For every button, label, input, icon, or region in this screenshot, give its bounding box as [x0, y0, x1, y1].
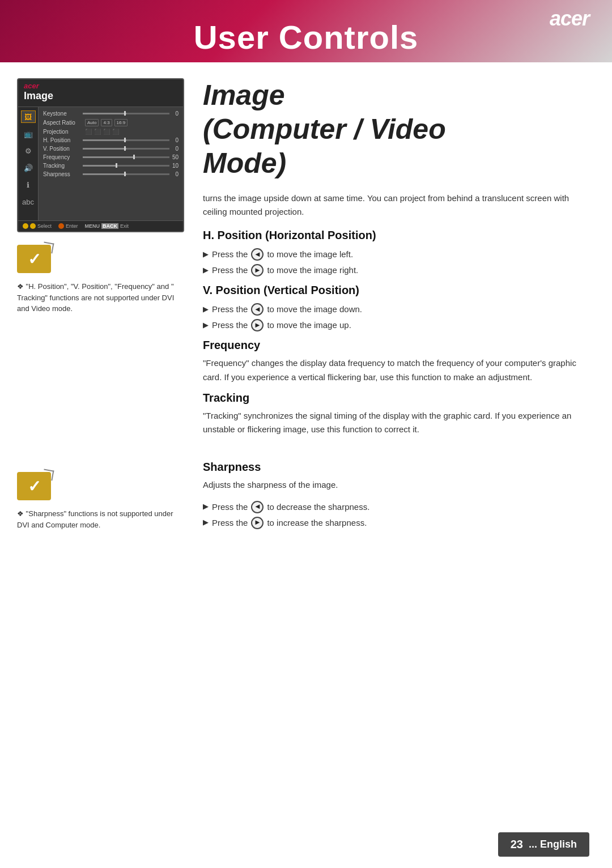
- page-title: User Controls: [194, 18, 419, 56]
- note-text-2: ❖ "Sharpness" functions is not supported…: [17, 508, 187, 530]
- osd-value-vpos: 0: [169, 146, 178, 152]
- osd-slider-freq: [83, 156, 169, 158]
- osd-aspect-43[interactable]: 4:3: [101, 119, 112, 126]
- note-icon-2: ✓: [17, 472, 51, 500]
- v-position-item-1: ▶ Press the ◄ to move the image down.: [203, 301, 589, 317]
- osd-label-tracking: Tracking: [43, 163, 83, 169]
- osd-bottom-bar: Select Enter MENU BACK Exit: [18, 220, 183, 231]
- osd-aspect-auto[interactable]: Auto: [85, 119, 99, 126]
- osd-icon-settings[interactable]: ⚙: [21, 144, 36, 157]
- osd-fill-freq: [83, 156, 135, 158]
- tracking-body: "Tracking" synchronizes the signal timin…: [203, 409, 589, 437]
- bullet-arrow-3: ▶: [203, 304, 209, 316]
- osd-slider-keystone: [83, 113, 169, 114]
- left-btn-v1: ◄: [251, 303, 264, 316]
- sharpness-heading: Sharpness: [203, 461, 589, 474]
- osd-thumb-keystone: [124, 111, 126, 116]
- osd-circle-orange: [58, 223, 64, 229]
- page-language: ... English: [529, 839, 577, 850]
- osd-row-keystone: Keystone 0: [42, 109, 180, 118]
- sharpness-item-2: ▶ Press the ► to increase the sharpness.: [203, 515, 589, 531]
- osd-icon-audio[interactable]: 🔊: [21, 161, 36, 174]
- osd-row-tracking: Tracking 10: [42, 161, 180, 170]
- osd-track-hpos: [83, 139, 169, 141]
- sharpness-item-1: ▶ Press the ◄ to decrease the sharpness.: [203, 499, 589, 515]
- osd-track-freq: [83, 156, 169, 158]
- intro-text: turns the image upside down at same time…: [203, 192, 589, 219]
- osd-menu-title: Image: [24, 90, 177, 102]
- bullet-arrow-1: ▶: [203, 249, 209, 261]
- note-box-2: ✓ ❖ "Sharpness" functions is not support…: [17, 472, 187, 530]
- osd-row-freq: Frequency 50: [42, 153, 180, 161]
- h-position-item-2: ▶ Press the ► to move the image right.: [203, 262, 589, 278]
- osd-fill-vpos: [83, 148, 126, 150]
- osd-label-hpos: H. Position: [43, 137, 83, 143]
- osd-enter-indicator: Enter: [58, 223, 78, 229]
- osd-thumb-sharpness: [124, 172, 126, 176]
- lower-left: ✓ ❖ "Sharpness" functions is not support…: [17, 455, 187, 537]
- osd-aspect-169[interactable]: 16:9: [114, 119, 128, 126]
- osd-acer-logo: acer: [24, 82, 39, 90]
- acer-logo-header: acer: [550, 7, 589, 31]
- note-checkmark-1: ✓: [28, 250, 41, 269]
- osd-fill-hpos: [83, 139, 126, 141]
- osd-icon-lang[interactable]: abc: [21, 195, 36, 208]
- osd-slider-sharpness: [83, 173, 169, 175]
- content-wrapper: acer Image 🖼 📺 ⚙ 🔊 ℹ abc Ke: [0, 62, 612, 444]
- right-btn-v2: ►: [251, 319, 264, 331]
- frequency-heading: Frequency: [203, 339, 589, 352]
- osd-slider-tracking: [83, 165, 169, 167]
- lower-right: Sharpness Adjusts the sharpness of the i…: [203, 455, 589, 537]
- osd-title-row: acer Image: [18, 79, 183, 107]
- note-box-1: ✓ ❖ "H. Position", "V. Position", "Frequ…: [17, 245, 187, 314]
- osd-icon-image[interactable]: 🖼: [21, 110, 36, 123]
- two-col-lower: ✓ ❖ "Sharpness" functions is not support…: [0, 455, 612, 537]
- osd-proj-icon3: ⬛: [103, 129, 110, 135]
- bullet-arrow-5: ▶: [203, 501, 209, 513]
- osd-exit-indicator: MENU BACK Exit: [85, 223, 129, 229]
- note-text-1: ❖ "H. Position", "V. Position", "Frequen…: [17, 281, 187, 314]
- right-section: Image(Computer / VideoMode) turns the im…: [203, 78, 589, 444]
- note-icon-1: ✓: [17, 245, 51, 273]
- osd-icon-info[interactable]: ℹ: [21, 178, 36, 191]
- osd-label-keystone: Keystone: [43, 110, 83, 117]
- osd-value-keystone: 0: [169, 110, 178, 117]
- osd-proj-icon2: ⬛: [94, 129, 101, 135]
- tracking-heading: Tracking: [203, 392, 589, 405]
- bullet-arrow-2: ▶: [203, 265, 209, 276]
- osd-circle-yellow: [23, 223, 28, 229]
- osd-track-tracking: [83, 165, 169, 167]
- right-btn-h2: ►: [251, 264, 264, 276]
- osd-icon-display[interactable]: 📺: [21, 127, 36, 140]
- osd-proj-icon4: ⬛: [112, 129, 119, 135]
- osd-value-freq: 50: [169, 154, 178, 160]
- right-btn-sharp: ►: [251, 517, 264, 529]
- osd-row-projection: Projection ⬛ ⬛ ⬛ ⬛: [42, 127, 180, 136]
- page-number-badge: 23 ... English: [498, 832, 589, 857]
- osd-proj-icon1: ⬛: [85, 129, 92, 135]
- osd-slider-hpos: [83, 139, 169, 141]
- osd-slider-vpos: [83, 148, 169, 150]
- frequency-body: "Frequency" changes the display data fre…: [203, 356, 589, 385]
- left-btn-h1: ◄: [251, 248, 264, 261]
- osd-fill-sharpness: [83, 173, 126, 175]
- left-section: acer Image 🖼 📺 ⚙ 🔊 ℹ abc Ke: [17, 78, 187, 444]
- note-checkmark-2: ✓: [28, 477, 41, 496]
- osd-track-sharpness: [83, 173, 169, 175]
- osd-value-tracking: 10: [169, 163, 178, 169]
- osd-label-freq: Frequency: [43, 154, 83, 160]
- osd-label-projection: Projection: [43, 129, 83, 135]
- osd-thumb-vpos: [124, 146, 126, 151]
- osd-menu-area: Keystone 0 Aspect Ratio Auto: [39, 107, 183, 220]
- osd-label-sharpness: Sharpness: [43, 171, 83, 177]
- osd-body: 🖼 📺 ⚙ 🔊 ℹ abc Keystone: [18, 107, 183, 220]
- osd-circle-yellow2: [30, 223, 36, 229]
- header-bar: acer User Controls: [0, 0, 612, 62]
- osd-track-keystone: [83, 113, 169, 114]
- v-position-item-2: ▶ Press the ► to move the image up.: [203, 317, 589, 333]
- h-position-heading: H. Position (Horizontal Position): [203, 229, 589, 242]
- osd-row-hpos: H. Position 0: [42, 136, 180, 144]
- osd-exit-label: Exit: [120, 223, 129, 229]
- osd-thumb-tracking: [116, 163, 117, 168]
- h-position-list: ▶ Press the ◄ to move the image left. ▶ …: [203, 246, 589, 278]
